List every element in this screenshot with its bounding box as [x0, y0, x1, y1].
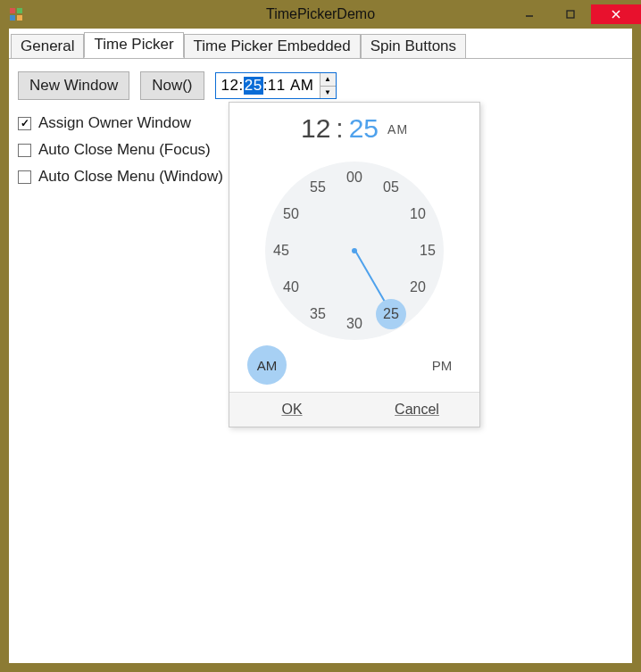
toolbar: New Window Now() 12:25:11 AM ▲ ▼ [18, 71, 623, 100]
time-hours[interactable]: 12 [221, 77, 239, 95]
minute-tick-35[interactable]: 35 [304, 306, 331, 322]
minute-tick-30[interactable]: 30 [341, 316, 368, 332]
time-ampm[interactable]: AM [290, 77, 314, 95]
minute-tick-20[interactable]: 20 [404, 279, 431, 295]
display-hours[interactable]: 12 [301, 113, 330, 143]
ok-button[interactable]: OK [229, 393, 354, 427]
spin-buttons: ▲ ▼ [320, 73, 336, 98]
minute-tick-55[interactable]: 55 [304, 179, 331, 195]
minute-tick-25[interactable]: 25 [376, 299, 406, 329]
check-label: Assign Owner Window [38, 114, 191, 132]
spin-down-button[interactable]: ▼ [320, 87, 336, 99]
time-minutes[interactable]: 25 [244, 77, 263, 95]
check-label: Auto Close Menu (Window) [38, 168, 223, 186]
checkbox-icon[interactable] [18, 170, 31, 184]
tab-general[interactable]: General [11, 34, 84, 59]
tab-strip: General Time Picker Time Picker Embedded… [9, 29, 632, 58]
dial-bg: 000510152025303540455055 [265, 162, 444, 340]
svg-rect-1 [17, 8, 22, 13]
time-input[interactable]: 12:25:11 AM ▲ ▼ [215, 72, 337, 99]
maximize-button[interactable] [550, 4, 591, 24]
checkbox-icon[interactable] [18, 117, 31, 130]
clock-face[interactable]: 000510152025303540455055 AM PM [238, 153, 470, 385]
popup-buttons: OK Cancel [229, 392, 479, 427]
time-input-text[interactable]: 12:25:11 AM [216, 73, 320, 98]
minute-tick-05[interactable]: 05 [378, 179, 404, 195]
svg-rect-2 [10, 15, 15, 21]
tab-time-picker[interactable]: Time Picker [84, 32, 183, 58]
check-label: Auto Close Menu (Focus) [38, 141, 211, 159]
time-picker-popup: 12:25AM 000510152025303540455055 AM PM O… [229, 102, 480, 427]
minute-tick-50[interactable]: 50 [278, 206, 304, 222]
tab-time-picker-embedded[interactable]: Time Picker Embedded [184, 34, 361, 59]
time-display: 12:25AM [229, 103, 479, 153]
minute-tick-00[interactable]: 00 [341, 170, 368, 186]
minute-tick-15[interactable]: 15 [414, 243, 441, 259]
spin-up-button[interactable]: ▲ [320, 73, 336, 87]
app-window: TimePickerDemo General Time Picker Time … [0, 0, 641, 672]
svg-rect-5 [567, 11, 574, 18]
tab-spin-buttons[interactable]: Spin Buttons [361, 34, 466, 59]
am-button[interactable]: AM [247, 345, 287, 385]
checkbox-icon[interactable] [18, 144, 31, 157]
pm-button[interactable]: PM [422, 345, 462, 385]
minute-tick-40[interactable]: 40 [278, 279, 304, 295]
svg-rect-3 [17, 15, 22, 21]
svg-rect-0 [10, 8, 15, 13]
minimize-button[interactable] [509, 4, 550, 24]
close-button[interactable] [591, 4, 641, 24]
minute-tick-45[interactable]: 45 [268, 243, 295, 259]
minute-tick-10[interactable]: 10 [404, 206, 431, 222]
new-window-button[interactable]: New Window [18, 71, 129, 100]
display-minutes[interactable]: 25 [349, 113, 379, 143]
app-icon [9, 7, 23, 21]
cancel-button[interactable]: Cancel [354, 393, 479, 427]
window-buttons [509, 4, 641, 24]
time-seconds[interactable]: 11 [268, 77, 286, 95]
client-area: General Time Picker Time Picker Embedded… [9, 29, 632, 663]
now-button[interactable]: Now() [140, 71, 204, 100]
display-ampm[interactable]: AM [387, 122, 408, 137]
display-colon: : [330, 113, 348, 143]
titlebar: TimePickerDemo [0, 0, 641, 29]
